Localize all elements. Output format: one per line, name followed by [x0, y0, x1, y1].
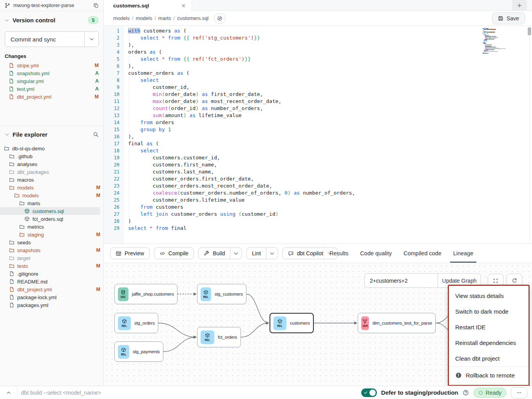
code-icon: [159, 251, 165, 256]
tab-code-quality[interactable]: Code quality: [357, 244, 395, 263]
copilot-icon: [288, 251, 294, 256]
lineage-node-customers[interactable]: MDL customers: [270, 313, 314, 333]
breadcrumb-models[interactable]: models: [136, 15, 152, 21]
tree-item-snapshots[interactable]: snapshotsM: [0, 246, 100, 254]
help-icon[interactable]: [463, 390, 469, 396]
tree-item-models[interactable]: modelsM: [0, 184, 100, 191]
change-status: A: [95, 86, 99, 92]
tree-item-macros[interactable]: macros: [0, 176, 100, 184]
collapse-file-explorer-icon[interactable]: [5, 132, 9, 137]
folder-icon: [9, 177, 14, 182]
lineage-node-stg-payments[interactable]: MDL stg_payments: [114, 341, 163, 362]
folder-icon: [9, 169, 14, 175]
commit-and-sync-button[interactable]: Commit and sync: [5, 31, 99, 47]
file-icon: [9, 78, 14, 84]
tree-item-github[interactable]: .github: [0, 152, 100, 160]
modified-badge: M: [96, 232, 100, 237]
breadcrumb-marts[interactable]: marts: [158, 15, 171, 21]
status-badge[interactable]: Ready: [473, 388, 507, 398]
tab-lineage[interactable]: Lineage: [450, 244, 477, 263]
lineage-node-dim-customers-test-for-parse[interactable]: SEM dim_customers_test_for_parse: [358, 313, 436, 333]
breadcrumb-models[interactable]: models: [113, 15, 130, 21]
editor-minimap[interactable]: [483, 28, 507, 54]
defer-toggle[interactable]: [361, 388, 377, 397]
tree-item-tests[interactable]: testsM: [0, 262, 100, 270]
lineage-node-stg-orders[interactable]: MDL stg_orders: [114, 313, 158, 333]
semantic-badge: SEM: [361, 316, 369, 330]
lineage-node-stg-customers[interactable]: MDL stg_customers: [197, 284, 246, 304]
copy-branch-icon[interactable]: [93, 3, 99, 8]
cube-icon: [277, 319, 282, 324]
tree-item-seeds[interactable]: seeds: [0, 238, 100, 246]
file-icon: [9, 287, 14, 292]
code-editor[interactable]: 1234567891011121314151617181920212223242…: [104, 26, 532, 244]
build-options-dropdown[interactable]: [230, 248, 242, 259]
tab-compiled-code[interactable]: Compiled code: [400, 244, 445, 263]
tree-item-models[interactable]: modelsM: [0, 191, 100, 199]
lineage-panel[interactable]: SRC jaffle_shop.customers MDL stg_custom…: [104, 263, 532, 386]
chevron-down-icon: [89, 36, 94, 42]
tree-item-package-lock-yml[interactable]: package-lock.yml: [0, 293, 100, 301]
collapse-version-control-icon[interactable]: [5, 18, 9, 23]
tree-item-customers-sql[interactable]: customers.sql: [0, 207, 100, 215]
folder-icon: [19, 232, 25, 237]
tree-item-dbt-project-yml[interactable]: dbt_project.ymlM: [0, 285, 100, 293]
file-explorer-section: File explorer db-sl-qs-demo .github anal…: [0, 126, 103, 309]
lineage-filter-input[interactable]: [365, 274, 438, 287]
tree-item-metrics[interactable]: metrics: [0, 223, 100, 231]
new-tab-button[interactable]: [512, 0, 527, 11]
tree-item-marts[interactable]: marts: [0, 199, 100, 207]
change-item-snapshots-yml[interactable]: snapshots.yml A: [0, 69, 103, 77]
command-input[interactable]: dbt build --select <model_name>: [21, 390, 101, 396]
tree-item-fct-orders-sql[interactable]: fct_orders.sql: [0, 215, 100, 223]
lint-options-dropdown[interactable]: [266, 248, 278, 259]
tree-item-analyses[interactable]: analyses: [0, 160, 100, 168]
folder-icon: [19, 224, 25, 229]
tree-item-staging[interactable]: stagingM: [0, 231, 100, 238]
sidebar: mwong-test-explorer-parse Version contro…: [0, 0, 104, 386]
change-status: A: [95, 70, 99, 76]
chevron-up-icon: [6, 390, 11, 395]
more-options-button[interactable]: [511, 387, 527, 398]
tree-item-target[interactable]: target: [0, 254, 100, 262]
menu-item-restart-ide[interactable]: Restart IDE: [449, 319, 528, 335]
folder-icon: [14, 193, 20, 198]
tree-item-gitignore[interactable]: .gitignore: [0, 270, 100, 278]
compile-button[interactable]: Compile: [154, 247, 194, 259]
search-files-icon[interactable]: [93, 132, 99, 137]
tab-results[interactable]: Results: [326, 244, 351, 263]
check-icon: [364, 390, 368, 395]
editor-scrollbar-thumb[interactable]: [528, 27, 531, 35]
menu-item-view-status-details[interactable]: View status details: [449, 288, 528, 303]
change-item-singular-yml[interactable]: singular.yml A: [0, 77, 103, 85]
breadcrumb-customers-sql[interactable]: customers.sql: [177, 15, 208, 21]
menu-item-switch-to-dark-mode[interactable]: Switch to dark mode: [449, 303, 528, 319]
editor-tab-customers-sql[interactable]: customers.sql: [104, 0, 192, 11]
menu-item-rollback-to-remote[interactable]: Rollback to remote: [449, 367, 528, 383]
commit-options-dropdown[interactable]: [84, 32, 98, 47]
ellipsis-icon: [516, 390, 522, 395]
change-item-test-yml[interactable]: test.yml A: [0, 85, 103, 93]
close-tab-icon[interactable]: [181, 3, 186, 8]
lineage-node-fct-orders[interactable]: MDL fct_orders: [197, 327, 241, 347]
version-control-title: Version control: [13, 17, 55, 23]
tree-item-packages-yml[interactable]: packages.yml: [0, 301, 100, 309]
chevron-down-icon: [269, 251, 275, 256]
build-button[interactable]: Build: [198, 247, 242, 259]
lint-button[interactable]: Lint: [246, 247, 278, 259]
tree-item-readme-md[interactable]: README.md: [0, 278, 100, 285]
tree-item-dbt-packages[interactable]: dbt_packages: [0, 168, 100, 176]
file-icon: [9, 70, 14, 76]
lineage-node-jaffle-shop-customers[interactable]: SRC jaffle_shop.customers: [114, 284, 177, 304]
change-item-stripe-yml[interactable]: stripe.yml M: [0, 61, 103, 69]
menu-item-clean-dbt-project[interactable]: Clean dbt project: [449, 350, 528, 366]
explore-lineage-button[interactable]: [214, 13, 226, 23]
save-button[interactable]: Save: [492, 13, 525, 24]
tree-item-db-sl-qs-demo[interactable]: db-sl-qs-demo: [0, 144, 100, 152]
preview-button[interactable]: Preview: [110, 247, 150, 259]
change-item-dbt-project-yml[interactable]: dbt_project.yml M: [0, 93, 103, 101]
code-line: left join customer_orders using (custome…: [128, 211, 532, 218]
menu-item-reinstall-dependencies[interactable]: Reinstall dependencies: [449, 335, 528, 350]
expand-command-bar-button[interactable]: [0, 386, 17, 399]
cube-icon: [24, 216, 30, 222]
